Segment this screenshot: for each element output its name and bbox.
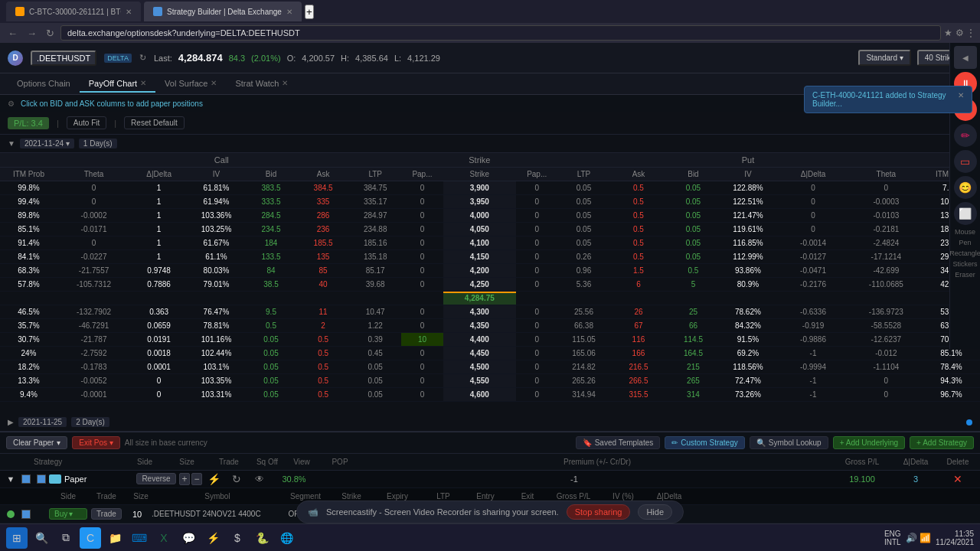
- col-bid-call[interactable]: Bid: [245, 168, 297, 181]
- refresh-button[interactable]: ↻: [43, 26, 57, 41]
- bid-call[interactable]: 84: [245, 264, 297, 278]
- bid-call[interactable]: 0.05: [245, 347, 297, 360]
- vscode-icon[interactable]: ⌨: [129, 527, 150, 549]
- bid-put[interactable]: 25: [667, 305, 719, 319]
- stickers-tool-btn[interactable]: 😊: [954, 176, 977, 199]
- eraser-tool-btn[interactable]: ⬜: [954, 202, 977, 225]
- gitbash-icon[interactable]: $: [227, 527, 248, 549]
- tab-options-chain[interactable]: Options Chain: [8, 76, 80, 93]
- settings-icon[interactable]: ⚙: [8, 99, 15, 108]
- tab-close-delta[interactable]: ✕: [286, 8, 292, 16]
- ask-call[interactable]: 236: [297, 223, 349, 236]
- refresh-strategy-icon[interactable]: ↻: [232, 473, 241, 485]
- ask-put[interactable]: 166: [610, 347, 668, 360]
- ask-put[interactable]: 67: [610, 319, 668, 333]
- browser-tab-btc[interactable]: C-BTC-30000-261121 | BTC C... ✕: [6, 2, 141, 21]
- ask-call[interactable]: 0.5: [297, 347, 349, 360]
- vol-surface-close[interactable]: ✕: [211, 79, 217, 87]
- bid-put[interactable]: 0.05: [667, 223, 719, 236]
- hide-btn[interactable]: Hide: [638, 504, 672, 520]
- ask-call[interactable]: 135: [297, 250, 349, 264]
- ask-call[interactable]: 0.5: [297, 374, 349, 388]
- ask-call[interactable]: 0.5: [297, 360, 349, 374]
- eye-icon[interactable]: 👁: [255, 474, 264, 484]
- ask-call[interactable]: 0.5: [297, 333, 349, 347]
- ask-put[interactable]: 0.5: [610, 209, 668, 223]
- ask-call[interactable]: 286: [297, 209, 349, 223]
- bid-put[interactable]: 0.05: [667, 236, 719, 250]
- strat-watch-close[interactable]: ✕: [282, 79, 288, 87]
- bid-put[interactable]: 0.05: [667, 195, 719, 209]
- stop-sharing-btn[interactable]: Stop sharing: [567, 504, 631, 520]
- refresh-icon[interactable]: ↻: [139, 53, 146, 63]
- ask-call[interactable]: 185.5: [297, 236, 349, 250]
- trade-btn[interactable]: Trade: [91, 508, 122, 520]
- saved-templates-btn[interactable]: 🔖 Saved Templates: [576, 436, 661, 449]
- exit-pos-btn[interactable]: Exit Pos ▾: [72, 436, 119, 449]
- strategy-checkbox2[interactable]: [37, 474, 46, 484]
- bid-put[interactable]: 215: [667, 360, 719, 374]
- tab-payoff-chart[interactable]: PayOff Chart ✕: [80, 76, 155, 93]
- forward-button[interactable]: →: [24, 26, 40, 41]
- ask-put[interactable]: 0.5: [610, 236, 668, 250]
- ask-call[interactable]: 0.5: [297, 388, 349, 402]
- payoff-chart-close[interactable]: ✕: [140, 79, 146, 87]
- bid-call[interactable]: 0.05: [245, 333, 297, 347]
- bid-put[interactable]: 265: [667, 374, 719, 388]
- bid-call[interactable]: 284.5: [245, 209, 297, 223]
- strategy-checkbox[interactable]: [21, 474, 31, 484]
- bid-call[interactable]: 133.5: [245, 250, 297, 264]
- new-tab-button[interactable]: +: [305, 5, 314, 19]
- app2-icon[interactable]: 🐍: [251, 527, 273, 549]
- bid-call[interactable]: 0.05: [245, 374, 297, 388]
- ask-put[interactable]: 1.5: [610, 264, 668, 278]
- ask-call[interactable]: 335: [297, 195, 349, 209]
- ask-put[interactable]: 216.5: [610, 360, 668, 374]
- search-taskbar[interactable]: 🔍: [31, 527, 52, 549]
- bid-call[interactable]: 0.05: [245, 360, 297, 374]
- bid-put[interactable]: 66: [667, 319, 719, 333]
- start-icon[interactable]: ⊞: [6, 527, 28, 549]
- excel-icon[interactable]: X: [153, 527, 175, 549]
- ask-put[interactable]: 116: [610, 333, 668, 347]
- bid-put[interactable]: 0.05: [667, 181, 719, 195]
- col-bid-put[interactable]: Bid: [667, 168, 719, 181]
- app1-icon[interactable]: ⚡: [202, 527, 224, 549]
- ask-put[interactable]: 0.5: [610, 195, 668, 209]
- browser-tab-delta[interactable]: Strategy Builder | Delta Exchange ✕: [144, 2, 302, 21]
- ask-put[interactable]: 0.5: [610, 250, 668, 264]
- date-expand-2[interactable]: ▶: [8, 418, 14, 426]
- taskview-icon[interactable]: ⧉: [55, 527, 77, 549]
- notification-close-btn[interactable]: ✕: [958, 91, 964, 99]
- bid-call[interactable]: 0.5: [245, 319, 297, 333]
- qty-plus-btn[interactable]: +: [179, 473, 190, 485]
- bid-put[interactable]: 0.5: [667, 264, 719, 278]
- bid-call[interactable]: 9.5: [245, 305, 297, 319]
- url-bar[interactable]: [60, 25, 941, 41]
- rectangle-tool-btn[interactable]: ▭: [954, 150, 977, 173]
- chat-icon[interactable]: 💬: [178, 527, 199, 549]
- clear-paper-btn[interactable]: Clear Paper ▾: [6, 436, 67, 449]
- col-ask-put[interactable]: Ask: [610, 168, 668, 181]
- ask-put[interactable]: 0.5: [610, 223, 668, 236]
- custom-strategy-btn[interactable]: ✏ Custom Strategy: [665, 436, 744, 449]
- leg-checkbox[interactable]: [21, 510, 31, 519]
- add-underlying-btn[interactable]: + Add Underlying: [833, 436, 905, 449]
- ask-put[interactable]: 315.5: [610, 388, 668, 402]
- bid-call[interactable]: 383.5: [245, 181, 297, 195]
- expand-tools-icon[interactable]: ◀: [954, 46, 977, 69]
- tab-vol-surface[interactable]: Vol Surface ✕: [155, 76, 226, 93]
- bid-call[interactable]: 333.5: [245, 195, 297, 209]
- bid-put[interactable]: 5: [667, 278, 719, 292]
- ask-put[interactable]: 266.5: [610, 374, 668, 388]
- tab-strat-watch[interactable]: Strat Watch ✕: [226, 76, 297, 93]
- chrome-icon[interactable]: C: [80, 527, 101, 549]
- date-expand-1[interactable]: ▼: [8, 139, 15, 148]
- bid-call[interactable]: 38.5: [245, 278, 297, 292]
- bid-put[interactable]: 164.5: [667, 347, 719, 360]
- delete-strategy-btn[interactable]: ✕: [953, 473, 962, 485]
- ask-put[interactable]: 6: [610, 278, 668, 292]
- standard-dropdown[interactable]: Standard ▾: [858, 50, 910, 66]
- bid-call[interactable]: 184: [245, 236, 297, 250]
- bid-call[interactable]: 234.5: [245, 223, 297, 236]
